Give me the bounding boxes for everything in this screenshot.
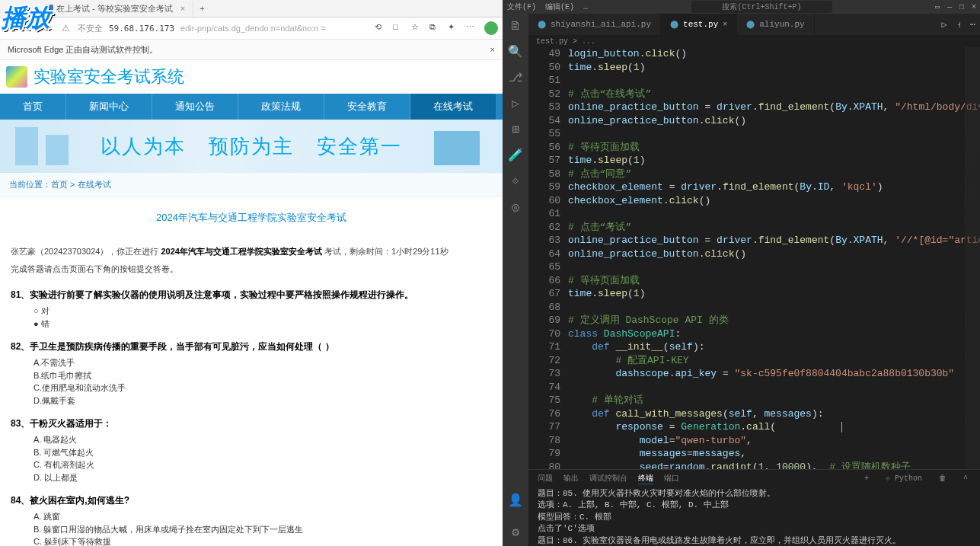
- terminal-profile[interactable]: ⟐ Python: [883, 474, 925, 483]
- close-icon[interactable]: ×: [968, 3, 980, 11]
- menu-file[interactable]: 文件(F): [503, 2, 541, 12]
- panel-tab-output[interactable]: 输出: [563, 473, 579, 484]
- panel-tab-problems[interactable]: 问题: [538, 473, 553, 484]
- tabs-icon[interactable]: □: [393, 22, 405, 34]
- question-option[interactable]: A. 跳窗: [34, 510, 492, 523]
- nav-exam[interactable]: 在线考试: [410, 94, 496, 120]
- tab-test[interactable]: ⬤test.py×: [661, 14, 737, 35]
- copilot-icon[interactable]: ✦: [448, 22, 460, 34]
- code-editor[interactable]: 49login_button.click()50time.sleep(1)515…: [528, 47, 980, 469]
- question-option[interactable]: D.佩戴手套: [34, 394, 492, 407]
- question-option[interactable]: A.不需洗手: [34, 356, 492, 369]
- account-icon[interactable]: 👤: [508, 493, 523, 508]
- question-option[interactable]: D. 以上都是: [34, 471, 492, 484]
- code-line[interactable]: 76 def call_with_messages(self, messages…: [528, 407, 980, 421]
- trash-icon[interactable]: 🗑: [936, 474, 950, 483]
- gear-icon[interactable]: ⚙: [508, 525, 523, 540]
- search-icon[interactable]: 🔍: [508, 44, 523, 59]
- code-line[interactable]: 54online_practice_button.click(): [528, 114, 980, 128]
- code-line[interactable]: 56# 等待页面加载: [528, 141, 980, 155]
- question-option[interactable]: C. 躲到床下等待救援: [34, 535, 492, 546]
- remote-icon[interactable]: ⟐: [508, 174, 523, 189]
- nav-policy[interactable]: 政策法规: [238, 94, 324, 120]
- code-line[interactable]: 65: [528, 260, 980, 274]
- panel-tab-debug[interactable]: 调试控制台: [589, 473, 627, 484]
- panel-tab-terminal[interactable]: 终端: [638, 473, 653, 484]
- code-line[interactable]: 60checkbox_element.click(): [528, 194, 980, 208]
- extensions-icon[interactable]: ⊞: [508, 122, 523, 137]
- url-path[interactable]: edir-pnp/cats.dg_dendo:n=ndat&no:n =: [180, 24, 326, 33]
- code-line[interactable]: 55: [528, 127, 980, 141]
- menu-edit[interactable]: 编辑(E): [541, 2, 579, 12]
- new-tab-button[interactable]: +: [193, 2, 210, 14]
- close-icon[interactable]: ×: [180, 4, 185, 13]
- maximize-panel-icon[interactable]: ^: [960, 474, 971, 483]
- code-line[interactable]: 52# 点击“在线考试”: [528, 88, 980, 101]
- code-line[interactable]: 73 dashscope.api_key = "sk-c595fe0f88044…: [528, 367, 980, 381]
- profile-icon[interactable]: [484, 21, 498, 35]
- code-line[interactable]: 69# 定义调用 DashScope API 的类: [528, 314, 980, 327]
- close-icon[interactable]: ×: [723, 21, 727, 29]
- source-control-icon[interactable]: ⎇: [508, 70, 523, 85]
- exam-content[interactable]: 2024年汽车与交通工程学院实验室安全考试 张艺豪（202423703024），…: [0, 197, 503, 546]
- code-line[interactable]: 49login_button.click(): [528, 47, 980, 61]
- code-line[interactable]: 51: [528, 74, 980, 88]
- code-line[interactable]: 79 messages=messages,: [528, 447, 980, 461]
- code-line[interactable]: 68: [528, 301, 980, 315]
- code-line[interactable]: 70class DashScopeAPI:: [528, 327, 980, 341]
- url-host[interactable]: 59.68.176.173: [109, 24, 174, 34]
- code-line[interactable]: 50time.sleep(1): [528, 61, 980, 75]
- question-option[interactable]: B. 可燃气体起火: [34, 446, 492, 459]
- code-line[interactable]: 62# 点击“考试”: [528, 221, 980, 235]
- nav-safety[interactable]: 安全教育: [324, 94, 410, 120]
- question-option[interactable]: ○ 对: [34, 305, 492, 318]
- run-button-icon[interactable]: ▷: [937, 14, 952, 35]
- split-icon[interactable]: ⫞: [952, 14, 966, 35]
- maximize-icon[interactable]: □: [956, 3, 968, 11]
- collections-icon[interactable]: ⧉: [429, 22, 442, 34]
- code-line[interactable]: 58# 点击“同意”: [528, 168, 980, 181]
- question-option[interactable]: A. 电器起火: [34, 433, 492, 446]
- other-icon[interactable]: ◎: [508, 200, 523, 215]
- panel-tab-ports[interactable]: 端口: [664, 473, 679, 484]
- browser-tab[interactable]: 在上考试 - 等校实验室安全考试 ×: [38, 1, 193, 17]
- code-line[interactable]: 80 seed=random.randint(1, 10000), # 设置随机…: [528, 461, 980, 470]
- close-icon[interactable]: ×: [490, 45, 495, 54]
- terminal-output[interactable]: 题目：85. 使用灭火器扑救火灾时要对准火焰的什么部位喷射。选项：A. 上部, …: [528, 487, 980, 546]
- minimap[interactable]: [965, 47, 980, 469]
- question-option[interactable]: C. 有机溶剂起火: [34, 458, 492, 471]
- minimize-icon[interactable]: —: [943, 3, 956, 11]
- question-option[interactable]: ● 错: [34, 318, 492, 330]
- code-line[interactable]: 61: [528, 207, 980, 221]
- code-line[interactable]: 59checkbox_element = driver.find_element…: [528, 180, 980, 194]
- more-icon[interactable]: ⋯: [966, 14, 980, 35]
- code-line[interactable]: 72 # 配置API-KEY: [528, 354, 980, 368]
- menu-more[interactable]: …: [579, 3, 592, 11]
- new-terminal-icon[interactable]: +: [861, 474, 872, 483]
- code-line[interactable]: 74: [528, 381, 980, 394]
- more-icon[interactable]: ⋯: [466, 22, 478, 34]
- code-line[interactable]: 63online_practice_button = driver.find_e…: [528, 234, 980, 247]
- code-line[interactable]: 78 model="qwen-turbo",: [528, 434, 980, 448]
- code-line[interactable]: 77 response = Generation.call(: [528, 420, 980, 434]
- code-line[interactable]: 66# 等待页面加载: [528, 274, 980, 288]
- nav-home[interactable]: 首页: [0, 94, 66, 120]
- testing-icon[interactable]: 🧪: [508, 148, 523, 163]
- nav-notice[interactable]: 通知公告: [152, 94, 238, 120]
- code-line[interactable]: 64online_practice_button.click(): [528, 247, 980, 261]
- code-line[interactable]: 67time.sleep(1): [528, 287, 980, 301]
- question-option[interactable]: B.纸巾毛巾擦拭: [34, 369, 492, 382]
- layout-icon[interactable]: ▭: [931, 2, 943, 11]
- editor-breadcrumb[interactable]: test.py > ...: [528, 35, 980, 47]
- nav-news[interactable]: 新闻中心: [66, 94, 152, 120]
- run-icon[interactable]: ▷: [508, 96, 523, 111]
- tab-aliyun[interactable]: ⬤aliyun.py: [737, 14, 814, 35]
- favorite-icon[interactable]: ☆: [411, 22, 423, 34]
- code-line[interactable]: 57time.sleep(1): [528, 154, 980, 168]
- code-line[interactable]: 71 def __init__(self):: [528, 340, 980, 354]
- tab-shiyanshi[interactable]: ⬤shiyanshi_aii_api.py: [528, 14, 661, 35]
- question-option[interactable]: C.使用肥皂和流动水洗手: [34, 382, 492, 394]
- reader-icon[interactable]: ⟲: [375, 22, 387, 34]
- explorer-icon[interactable]: 🗎: [508, 18, 523, 34]
- question-option[interactable]: B. 躲窗口用湿的物品大喊，用床单或绳子拴在室内固定处下到下一层逃生: [34, 523, 492, 536]
